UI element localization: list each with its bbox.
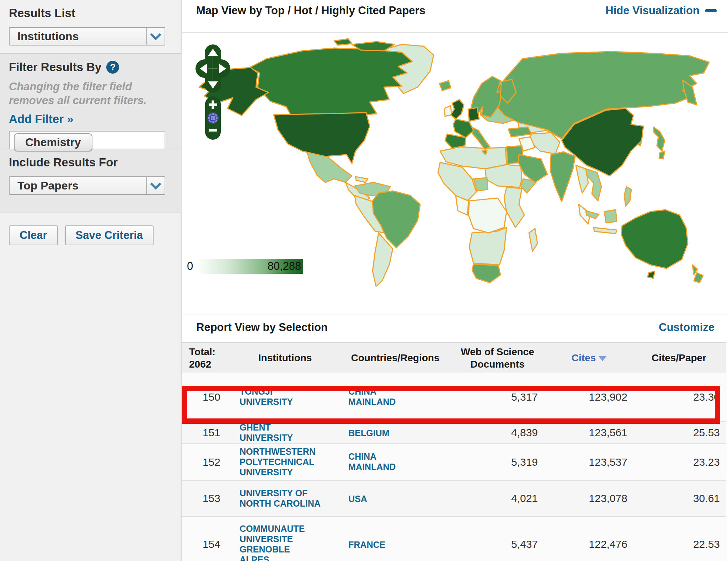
table-header-row: Total: 2062 Institutions Countries/Regio… [182,342,726,373]
results-list-select-caret-segment[interactable] [146,28,165,45]
results-list-heading: Results List [9,6,172,20]
country-link[interactable]: BELGIUM [348,428,389,438]
cites-per-paper-cell: 30.61 [632,492,726,504]
rank-cell: 154 [182,538,228,550]
add-filter-link[interactable]: Add Filter » [9,112,74,126]
table-row: 151 GHENT UNIVERSITY BELGIUM 4,839 123,5… [182,421,726,443]
rank-cell: 153 [182,492,228,504]
rank-cell: 152 [182,456,228,468]
institution-link[interactable]: NORTHWESTERN POLYTECHNICAL UNIVERSITY [240,447,321,477]
customize-link[interactable]: Customize [659,321,714,334]
institution-link[interactable]: GHENT UNIVERSITY [240,422,321,443]
header-divider [182,32,728,33]
report-view-title: Report View by Selection [196,321,328,334]
cites-per-paper-cell: 25.53 [632,427,726,439]
docs-cell: 4,021 [449,492,546,504]
cites-cell: 123,561 [546,427,632,439]
include-results-section: Include Results For Top Papers [0,149,181,213]
results-list-section: Results List Institutions [0,0,181,53]
docs-cell: 5,319 [449,456,546,468]
institution-link[interactable]: UNIVERSITY OF NORTH CAROLINA [240,488,321,509]
rank-cell: 151 [182,427,228,439]
cites-cell: 123,537 [546,456,632,468]
map-view-title: Map View by Top / Hot / Highly Cited Pap… [196,4,425,17]
table-row: 152 NORTHWESTERN POLYTECHNICAL UNIVERSIT… [182,443,726,480]
help-icon[interactable]: ? [106,61,119,74]
col-header-institutions[interactable]: Institutions [228,352,342,364]
results-list-selected-value: Institutions [10,30,146,43]
country-link[interactable]: USA [348,494,367,504]
institution-link[interactable]: COMMUNAUTE UNIVERSITE GRENOBLE ALPES [240,524,321,561]
docs-cell: 5,317 [449,391,546,403]
map-zoom-control[interactable] [205,96,221,140]
world-map[interactable] [185,34,727,289]
main-panel: Map View by Top / Hot / Highly Cited Pap… [181,0,728,561]
hide-visualization-label: Hide Visualization [605,4,700,17]
zoom-out-icon[interactable] [209,129,217,132]
include-results-select[interactable]: Top Papers [9,176,165,195]
collapse-minus-icon [705,9,717,12]
cites-per-paper-cell: 23.30 [632,391,726,403]
legend-max-value: 80,288 [267,259,301,274]
col-header-cites-sorted[interactable]: Cites [546,352,632,364]
cites-per-paper-cell: 22.53 [632,538,726,550]
table-row: 154 COMMUNAUTE UNIVERSITE GRENOBLE ALPES… [182,516,726,561]
legend-gradient-bar: 80,288 [197,259,303,274]
include-results-select-caret-segment[interactable] [146,177,165,194]
cites-cell: 122,476 [546,538,632,550]
include-results-heading: Include Results For [9,156,172,169]
docs-cell: 4,839 [449,427,546,439]
rank-cell: 150 [182,391,228,403]
docs-cell: 5,437 [449,538,546,550]
hide-visualization-link[interactable]: Hide Visualization [605,4,717,17]
actions-section: Clear Save Criteria [0,213,181,561]
institution-link[interactable]: TONGJI UNIVERSITY [240,386,321,407]
legend-min-value: 0 [187,260,193,273]
include-results-selected-value: Top Papers [10,179,146,192]
filter-heading: Filter Results By [9,60,101,74]
cites-per-paper-cell: 23.23 [632,456,726,468]
country-link[interactable]: CHINA MAINLAND [348,386,421,407]
save-criteria-button[interactable]: Save Criteria [65,225,154,245]
clear-button[interactable]: Clear [9,225,58,245]
table-right-gutter [726,342,728,561]
filter-note: Changing the filter field removes all cu… [9,80,172,107]
sort-descending-icon [599,356,606,361]
total-count-header: Total: 2062 [182,346,228,370]
results-list-select[interactable]: Institutions [9,27,165,46]
cites-cell: 123,902 [546,391,632,403]
map-color-legend: 0 80,288 [187,259,303,274]
country-link[interactable]: FRANCE [348,540,385,550]
filter-section: Filter Results By ? Changing the filter … [0,53,181,149]
sidebar: Results List Institutions Filter Results… [0,0,181,561]
col-header-docs[interactable]: Web of Science Documents [449,346,546,370]
report-divider [182,315,728,315]
table-row: 150 TONGJI UNIVERSITY CHINA MAINLAND 5,3… [182,373,726,421]
country-link[interactable]: CHINA MAINLAND [348,452,421,472]
table-row: 153 UNIVERSITY OF NORTH CAROLINA USA 4,0… [182,480,726,516]
filter-tag-chemistry[interactable]: Chemistry [14,133,92,151]
map-header: Map View by Top / Hot / Highly Cited Pap… [182,0,728,32]
cites-cell: 123,078 [546,492,632,504]
chevron-down-icon [150,29,161,40]
chevron-down-icon [150,178,161,189]
esi-page: Results List Institutions Filter Results… [0,0,728,561]
map-layers [199,39,709,286]
col-header-cites-per-paper[interactable]: Cites/Paper [632,352,726,364]
col-header-countries[interactable]: Countries/Regions [342,352,449,364]
table-body: 150 TONGJI UNIVERSITY CHINA MAINLAND 5,3… [182,373,726,561]
